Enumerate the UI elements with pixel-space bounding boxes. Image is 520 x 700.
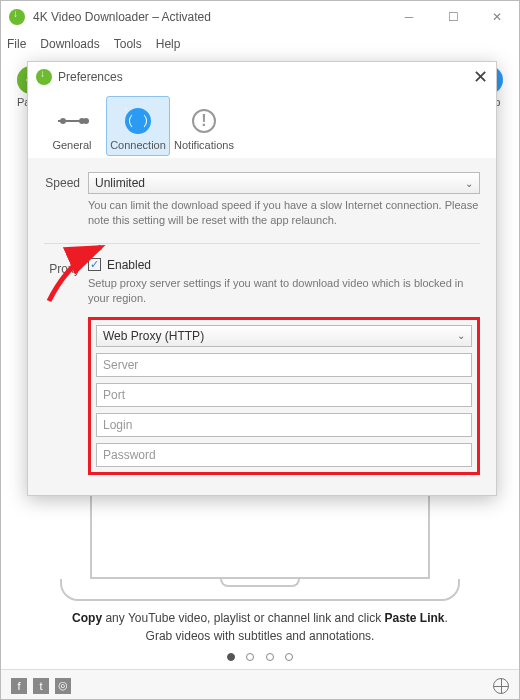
dot-3[interactable] (266, 653, 274, 661)
dialog-app-icon (36, 69, 52, 85)
proxy-port-input[interactable] (96, 383, 472, 407)
proxy-hint: Setup proxy server settings if you want … (88, 276, 480, 307)
notifications-icon: ! (190, 107, 218, 135)
menu-help[interactable]: Help (156, 37, 181, 51)
sliders-icon (58, 107, 86, 135)
facebook-icon[interactable]: f (11, 678, 27, 694)
proxy-settings-box: Web Proxy (HTTP) ⌄ (88, 317, 480, 475)
tab-general[interactable]: General (40, 96, 104, 156)
speed-select[interactable]: Unlimited ⌄ (88, 172, 480, 194)
proxy-type-select[interactable]: Web Proxy (HTTP) ⌄ (96, 325, 472, 347)
connection-icon (124, 107, 152, 135)
tab-notifications[interactable]: ! Notifications (172, 96, 236, 156)
speed-label: Speed (44, 172, 88, 229)
menu-file[interactable]: File (7, 37, 26, 51)
proxy-password-input[interactable] (96, 443, 472, 467)
globe-icon[interactable] (493, 678, 509, 694)
annotation-arrow (39, 241, 119, 311)
pager-dots[interactable] (1, 650, 519, 664)
titlebar: 4K Video Downloader – Activated ─ ☐ ✕ (1, 1, 519, 33)
menubar: File Downloads Tools Help (1, 33, 519, 55)
menu-tools[interactable]: Tools (114, 37, 142, 51)
chevron-down-icon: ⌄ (457, 330, 465, 341)
proxy-login-input[interactable] (96, 413, 472, 437)
dot-4[interactable] (285, 653, 293, 661)
dot-1[interactable] (227, 653, 235, 661)
instagram-icon[interactable]: ◎ (55, 678, 71, 694)
proxy-enabled-checkbox[interactable]: ✓ Enabled (88, 258, 480, 272)
dialog-title: Preferences (58, 70, 123, 84)
speed-hint: You can limit the download speed if you … (88, 198, 480, 229)
minimize-button[interactable]: ─ (387, 1, 431, 33)
maximize-button[interactable]: ☐ (431, 1, 475, 33)
chevron-down-icon: ⌄ (465, 178, 473, 189)
statusbar: f t ◎ (1, 669, 519, 700)
proxy-server-input[interactable] (96, 353, 472, 377)
close-button[interactable]: ✕ (475, 1, 519, 33)
window-title: 4K Video Downloader – Activated (33, 10, 211, 24)
tab-connection[interactable]: Connection (106, 96, 170, 156)
menu-downloads[interactable]: Downloads (40, 37, 99, 51)
instructions: Copy any YouTube video, playlist or chan… (1, 609, 519, 645)
dialog-close-button[interactable]: ✕ (473, 66, 488, 88)
app-icon (9, 9, 25, 25)
twitter-icon[interactable]: t (33, 678, 49, 694)
dot-2[interactable] (246, 653, 254, 661)
